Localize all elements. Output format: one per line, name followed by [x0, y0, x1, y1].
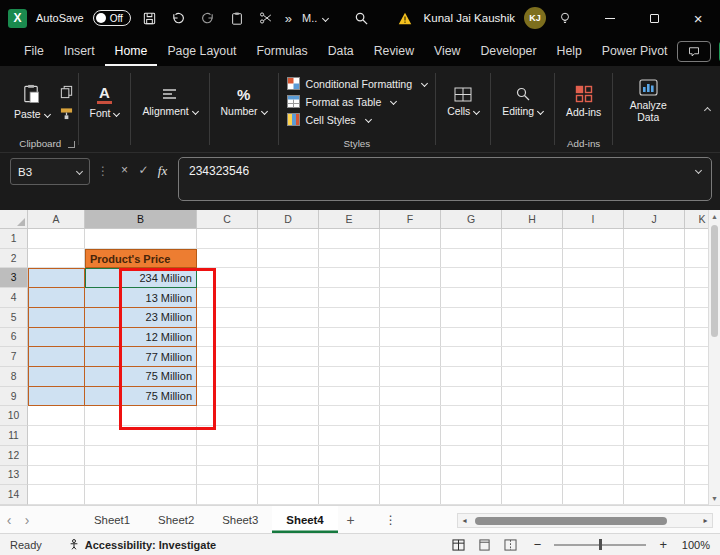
tab-page-layout[interactable]: Page Layout: [157, 36, 246, 66]
column-header-a[interactable]: A: [28, 210, 85, 229]
scroll-up-icon[interactable]: ▲: [709, 210, 720, 223]
name-box-resize-handle[interactable]: ⋮: [97, 164, 109, 178]
comments-button[interactable]: [677, 41, 711, 62]
column-header-c[interactable]: C: [197, 210, 258, 229]
cell[interactable]: [28, 367, 85, 387]
column-header-g[interactable]: G: [441, 210, 502, 229]
zoom-slider-thumb[interactable]: [599, 539, 602, 550]
accessibility-status[interactable]: Accessibility: Investigate: [68, 538, 216, 551]
excel-logo-icon[interactable]: X: [8, 9, 27, 28]
cell-b8[interactable]: 75 Million: [85, 367, 197, 387]
column-header-h[interactable]: H: [502, 210, 563, 229]
sheet-tab-sheet4-active[interactable]: Sheet4: [272, 506, 337, 533]
column-header-j[interactable]: J: [624, 210, 685, 229]
cell-b3[interactable]: 234 Million: [85, 268, 197, 288]
redo-icon[interactable]: [198, 6, 218, 30]
cell-b7[interactable]: 77 Million: [85, 347, 197, 367]
tab-data[interactable]: Data: [318, 36, 364, 66]
scroll-left-icon[interactable]: ◂: [458, 516, 471, 525]
column-header-e[interactable]: E: [319, 210, 380, 229]
zoom-percentage[interactable]: 100%: [680, 539, 710, 551]
normal-view-icon[interactable]: [452, 539, 465, 551]
cells-region[interactable]: [197, 406, 720, 426]
row-header[interactable]: 9: [0, 387, 28, 407]
row-header[interactable]: 3: [0, 268, 28, 288]
page-break-view-icon[interactable]: [504, 539, 517, 551]
sheet-nav-right-icon[interactable]: ›: [18, 506, 36, 533]
insert-function-icon[interactable]: fx: [153, 163, 172, 179]
tab-developer[interactable]: Developer: [470, 36, 546, 66]
row-header[interactable]: 2: [0, 249, 28, 269]
name-box[interactable]: B3: [10, 158, 90, 185]
row-header[interactable]: 8: [0, 367, 28, 387]
cell[interactable]: [28, 288, 85, 308]
minimize-button[interactable]: [588, 0, 632, 36]
zoom-in-icon[interactable]: +: [659, 537, 667, 552]
tab-home[interactable]: Home: [105, 36, 158, 66]
formula-input[interactable]: 234323546: [178, 157, 712, 201]
cell[interactable]: [85, 229, 197, 249]
horizontal-scrollbar[interactable]: ◂ ▸: [457, 513, 713, 528]
add-sheet-icon[interactable]: +: [338, 506, 364, 533]
cell-b6[interactable]: 12 Million: [85, 328, 197, 348]
sheet-tab-sheet2[interactable]: Sheet2: [144, 506, 208, 533]
maximize-button[interactable]: [632, 0, 676, 36]
select-all-corner[interactable]: [0, 210, 28, 229]
row-header[interactable]: 5: [0, 308, 28, 328]
more-commands-icon[interactable]: »: [285, 11, 293, 26]
cell[interactable]: [28, 249, 85, 269]
user-name[interactable]: Kunal Jai Kaushik: [424, 12, 515, 24]
scrollbar-thumb[interactable]: [711, 225, 718, 337]
column-header-d[interactable]: D: [258, 210, 319, 229]
lightbulb-icon[interactable]: [555, 6, 575, 30]
collapse-ribbon-icon[interactable]: [704, 107, 711, 114]
scrollbar-thumb[interactable]: [475, 517, 667, 525]
expand-formula-bar-icon[interactable]: [695, 167, 702, 174]
enter-icon[interactable]: ✓: [134, 163, 153, 177]
cut-icon[interactable]: [256, 6, 276, 30]
quick-access-overflow[interactable]: M..: [302, 12, 328, 24]
cell[interactable]: [85, 406, 197, 426]
cells-region[interactable]: [197, 268, 720, 288]
save-icon[interactable]: [140, 6, 160, 30]
cells-region[interactable]: [197, 328, 720, 348]
dialog-launcher-icon[interactable]: [68, 141, 75, 148]
cells-region[interactable]: [197, 387, 720, 407]
page-layout-view-icon[interactable]: [478, 539, 491, 551]
analyze-data-button[interactable]: Analyze Data: [617, 76, 679, 128]
sheet-tab-sheet1[interactable]: Sheet1: [80, 506, 144, 533]
scroll-down-icon[interactable]: ▼: [709, 492, 720, 505]
column-header-b[interactable]: B: [85, 210, 197, 229]
zoom-slider[interactable]: [554, 544, 646, 546]
autosave-toggle[interactable]: Off: [93, 10, 131, 26]
number-button[interactable]: % Number: [214, 84, 274, 120]
cell[interactable]: [85, 426, 197, 446]
tab-review[interactable]: Review: [364, 36, 424, 66]
tab-insert[interactable]: Insert: [54, 36, 105, 66]
cells-region[interactable]: [197, 229, 720, 249]
cells-region[interactable]: [197, 347, 720, 367]
cells-region[interactable]: [197, 446, 720, 466]
cells-region[interactable]: [197, 466, 720, 486]
editing-button[interactable]: Editing: [495, 83, 550, 120]
cell[interactable]: [28, 485, 85, 505]
conditional-formatting-button[interactable]: Conditional Formatting: [283, 76, 432, 91]
row-header[interactable]: 10: [0, 406, 28, 426]
row-header[interactable]: 12: [0, 446, 28, 466]
alignment-button[interactable]: Alignment: [135, 84, 204, 120]
column-header-i[interactable]: I: [563, 210, 624, 229]
cell[interactable]: [28, 446, 85, 466]
sheet-options-icon[interactable]: ⋮: [378, 506, 404, 533]
format-as-table-button[interactable]: Format as Table: [283, 94, 432, 109]
vertical-scrollbar[interactable]: ▲ ▼: [708, 210, 720, 505]
cells-button[interactable]: Cells: [440, 84, 486, 120]
cell[interactable]: [28, 426, 85, 446]
row-header[interactable]: 7: [0, 347, 28, 367]
cell-b4[interactable]: 13 Million: [85, 288, 197, 308]
cell-b5[interactable]: 23 Million: [85, 308, 197, 328]
paste-button[interactable]: Paste: [7, 80, 57, 123]
cells-region[interactable]: [197, 485, 720, 505]
row-header[interactable]: 11: [0, 426, 28, 446]
avatar[interactable]: KJ: [524, 7, 546, 29]
addins-button[interactable]: Add-ins: [559, 82, 608, 121]
